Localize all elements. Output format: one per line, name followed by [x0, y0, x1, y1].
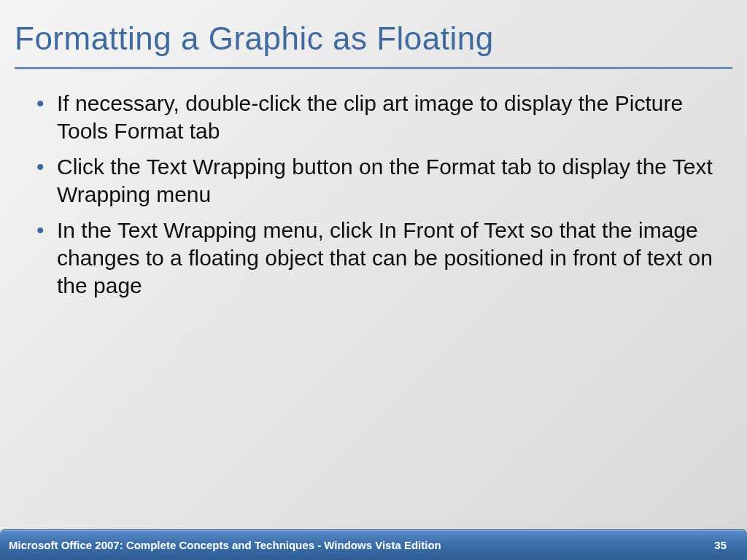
title-area: Formatting a Graphic as Floating	[0, 0, 747, 77]
list-item: In the Text Wrapping menu, click In Fron…	[36, 217, 718, 300]
slide: Formatting a Graphic as Floating If nece…	[0, 0, 747, 560]
slide-title: Formatting a Graphic as Floating	[15, 20, 732, 57]
title-underline	[15, 67, 732, 69]
footer-text: Microsoft Office 2007: Complete Concepts…	[9, 539, 714, 551]
bullet-list: If necessary, double-click the clip art …	[36, 90, 718, 300]
list-item: Click the Text Wrapping button on the Fo…	[36, 153, 718, 209]
footer-bar: Microsoft Office 2007: Complete Concepts…	[0, 529, 747, 560]
list-item: If necessary, double-click the clip art …	[36, 90, 718, 146]
page-number: 35	[714, 539, 727, 551]
body-area: If necessary, double-click the clip art …	[0, 77, 747, 300]
